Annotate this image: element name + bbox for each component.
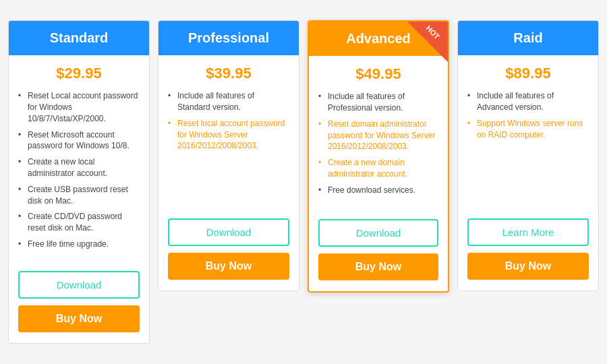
feature-item: Reset domain administrator password for … <box>318 119 438 152</box>
feature-item: Create CD/DVD password reset disk on Mac… <box>18 211 140 234</box>
professional-features: Include all features of Standard version… <box>158 88 299 209</box>
professional-actions: DownloadBuy Now <box>158 209 299 291</box>
feature-item: Support Windows server runs on RAID comp… <box>467 118 589 141</box>
feature-item: Reset local account password for Windows… <box>168 118 289 152</box>
feature-item: Create a new domain administrator accoun… <box>318 157 438 180</box>
professional-download-button[interactable]: Download <box>168 218 289 246</box>
standard-features: Reset Local account password for Windows… <box>9 88 149 262</box>
professional-header: Professional <box>158 21 299 55</box>
advanced-features: Include all features of Professional ver… <box>309 88 448 210</box>
raid-actions: Learn MoreBuy Now <box>458 209 598 291</box>
standard-actions: DownloadBuy Now <box>9 262 149 343</box>
feature-item: Reset Microsoft account password for Win… <box>18 129 140 152</box>
feature-item: Create a new local administrator account… <box>18 156 140 179</box>
raid-price: $89.95 <box>458 55 598 88</box>
raid-features: Include all features of Advanced version… <box>458 88 598 209</box>
card-advanced: HOTAdvanced$49.95Include all features of… <box>308 20 449 293</box>
card-standard: Standard$29.95Reset Local account passwo… <box>8 20 150 344</box>
professional-buynow-button[interactable]: Buy Now <box>168 253 289 280</box>
raid-header: Raid <box>458 21 598 55</box>
raid-buynow-button[interactable]: Buy Now <box>467 253 589 280</box>
feature-item: Include all features of Professional ver… <box>318 91 438 114</box>
professional-price: $39.95 <box>158 55 299 88</box>
feature-item: Free download services. <box>318 185 438 196</box>
feature-item: Create USB password reset disk on Mac. <box>18 184 140 207</box>
standard-download-button[interactable]: Download <box>18 271 140 299</box>
feature-item: Include all features of Advanced version… <box>467 90 589 113</box>
standard-price: $29.95 <box>9 55 149 88</box>
card-professional: Professional$39.95Include all features o… <box>158 20 299 291</box>
hot-badge: HOT <box>407 22 448 62</box>
feature-item: Reset Local account password for Windows… <box>18 90 140 124</box>
feature-item: Include all features of Standard version… <box>168 90 289 113</box>
advanced-actions: DownloadBuy Now <box>309 210 448 291</box>
standard-header: Standard <box>9 21 149 55</box>
advanced-buynow-button[interactable]: Buy Now <box>318 253 438 280</box>
raid-learn-button[interactable]: Learn More <box>467 218 589 246</box>
feature-item: Free life time upgrade. <box>18 239 140 250</box>
card-raid: Raid$89.95Include all features of Advanc… <box>457 20 599 291</box>
standard-buynow-button[interactable]: Buy Now <box>18 305 140 332</box>
pricing-cards: Standard$29.95Reset Local account passwo… <box>7 20 600 344</box>
advanced-download-button[interactable]: Download <box>318 219 438 247</box>
